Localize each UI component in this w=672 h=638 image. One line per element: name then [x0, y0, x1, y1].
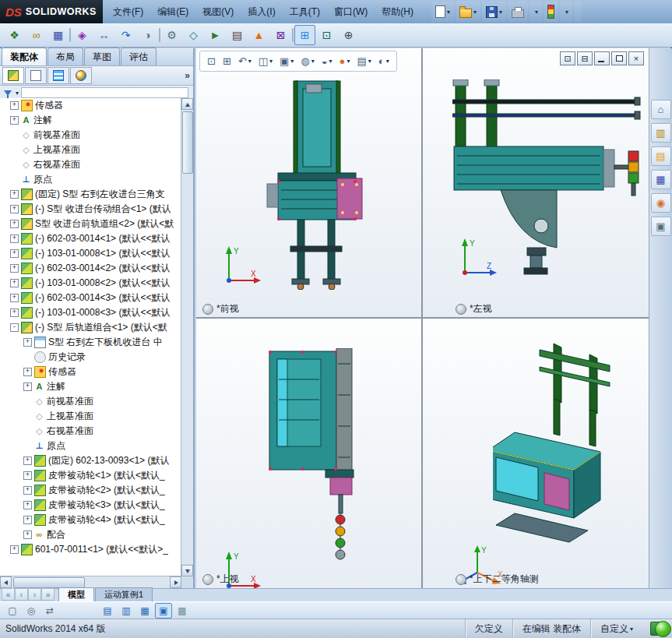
tree-item[interactable]: ⊥ 原点	[0, 172, 181, 187]
tree-item[interactable]: + S型 收进台前轨道组<2> (默认<默	[0, 217, 181, 231]
view-palette-button[interactable]: ▦	[651, 170, 671, 189]
first-tab-button[interactable]: «	[2, 588, 15, 601]
custom-properties-button[interactable]: ▣	[651, 217, 671, 236]
tree-expander-toggle[interactable]: +	[10, 190, 19, 199]
tree-item[interactable]: + A 注解	[0, 379, 181, 394]
new-motion-study-button[interactable]: ►	[205, 25, 226, 45]
model-top-view[interactable]	[260, 348, 361, 570]
pan-button[interactable]: ⇄	[41, 603, 58, 619]
section-view-button[interactable]: ◫ ▾	[255, 52, 276, 70]
filter-input[interactable]	[21, 87, 188, 98]
tree-expander-toggle[interactable]: +	[10, 249, 19, 258]
tree-expander-toggle[interactable]: +	[10, 220, 19, 228]
help-button[interactable]	[574, 2, 582, 22]
tree-item[interactable]: + (-) 103-01-0008<3> (默认<<默认	[0, 305, 181, 320]
tree-expander-toggle[interactable]: +	[23, 382, 32, 391]
tree-expander-toggle[interactable]: +	[23, 501, 32, 509]
tree-item[interactable]: 历史记录	[0, 350, 181, 365]
tree-item[interactable]: + (-) S型 收进台传动组合<1> (默认	[0, 202, 181, 217]
tree-item[interactable]: + (固定) S型 右到左收进台三角支	[0, 187, 181, 202]
new-document-button[interactable]: ▾	[431, 2, 454, 22]
next-tab-button[interactable]: ›	[28, 588, 41, 601]
tree-item[interactable]: + 601-07-0011<1> (默认<<默认>_	[0, 542, 181, 557]
tree-expander-toggle[interactable]: -	[10, 323, 19, 332]
minimize-button[interactable]	[594, 51, 610, 65]
mass-properties-button[interactable]: ⊕	[338, 25, 359, 45]
assembly-features-button[interactable]: ⚙	[161, 25, 182, 45]
scrollbar-thumb[interactable]	[13, 577, 85, 588]
menu-item[interactable]: 编辑(E)	[150, 2, 195, 23]
tree-item[interactable]: ◇ 前视基准面	[0, 394, 181, 409]
tree-horizontal-scrollbar[interactable]	[0, 576, 181, 588]
shaded-edges-button[interactable]: ▦	[136, 603, 153, 619]
top-view-quadrant[interactable]: Y X *上视	[196, 319, 423, 588]
menu-item[interactable]: 窗口(W)	[327, 2, 375, 23]
scroll-left-arrow[interactable]	[0, 576, 12, 588]
save-button[interactable]: ▾	[482, 2, 506, 22]
print-button[interactable]	[508, 2, 528, 22]
edit-appearance-button[interactable]: ● ▾	[336, 52, 354, 70]
command-tab[interactable]: 布局	[47, 48, 83, 65]
scrollbar-thumb[interactable]	[182, 111, 193, 174]
menu-item[interactable]: 文件(F)	[106, 2, 150, 23]
zoom-button[interactable]: ◎	[23, 603, 40, 619]
menu-item[interactable]: 插入(I)	[241, 2, 282, 23]
viewport-split-button[interactable]: ⊟	[577, 51, 593, 65]
tree-expander-toggle[interactable]: +	[23, 530, 32, 539]
tree-expander-toggle[interactable]: +	[23, 471, 32, 480]
viewport-layout-button[interactable]: ⊡	[560, 51, 575, 65]
interference-detection-button[interactable]: ⊠	[270, 25, 291, 45]
propertymanager-tab[interactable]	[25, 67, 47, 84]
zoom-fit-button[interactable]: ⊡	[204, 52, 219, 70]
tree-expander-toggle[interactable]: +	[10, 116, 19, 125]
hide-show-items-button[interactable]: ◒ ▾	[318, 52, 336, 70]
tree-expander-toggle[interactable]: +	[23, 368, 32, 376]
chevron-down-icon[interactable]: ▾	[16, 90, 19, 97]
move-component-button[interactable]: ↔	[93, 25, 114, 45]
tree-expander-toggle[interactable]: +	[10, 101, 19, 110]
front-view-quadrant[interactable]: Y X *前视	[196, 48, 423, 319]
tree-expander-toggle[interactable]: +	[10, 279, 19, 287]
tree-item[interactable]: + (-) 602-03-0014<2> (默认<<默认	[0, 261, 181, 276]
document-tab[interactable]: 模型	[58, 587, 94, 601]
tree-item[interactable]: + A 注解	[0, 113, 181, 128]
design-library-button[interactable]: ▥	[651, 123, 671, 143]
tree-item[interactable]: ◇ 右视基准面	[0, 157, 181, 172]
last-tab-button[interactable]: »	[41, 588, 55, 601]
hidden-lines-button[interactable]: ▥	[118, 603, 135, 619]
tree-item[interactable]: + 皮带被动轮<3> (默认<默认_	[0, 498, 181, 513]
model-isometric-view[interactable]	[493, 340, 641, 547]
rotate-component-button[interactable]: ↷	[115, 25, 136, 45]
menu-item[interactable]: 工具(T)	[283, 2, 327, 23]
featuremanager-tree-tab[interactable]	[2, 67, 24, 84]
tree-item[interactable]: + (-) 103-01-0008<2> (默认<<默认	[0, 276, 181, 291]
reference-geometry-button[interactable]: ◇	[183, 25, 204, 45]
notification-badge[interactable]	[655, 621, 671, 637]
file-explorer-button[interactable]: ▤	[651, 146, 671, 166]
isometric-view-quadrant[interactable]: Y X *上下二等角轴测	[423, 319, 649, 588]
bill-of-materials-button[interactable]: ▤	[227, 25, 248, 45]
command-tab[interactable]: 装配体	[2, 48, 47, 65]
measure-button[interactable]: ⊡	[316, 25, 337, 45]
options-button[interactable]: ▾	[560, 2, 572, 22]
exploded-view-button[interactable]: ▲	[248, 25, 269, 45]
close-button[interactable]: ×	[628, 51, 644, 65]
open-button[interactable]: ▾	[456, 2, 480, 22]
configurationmanager-tab[interactable]	[47, 67, 69, 84]
model-front-view[interactable]	[255, 79, 371, 290]
solidworks-resources-button[interactable]: ⌂	[651, 100, 671, 119]
tree-item[interactable]: + 皮带被动轮<4> (默认<默认_	[0, 513, 181, 527]
status-segment[interactable]: 自定义 ▾	[590, 619, 642, 638]
command-tab[interactable]: 评估	[121, 48, 157, 65]
previous-view-button[interactable]: ↶ ▾	[235, 52, 255, 70]
tree-expander-toggle[interactable]: +	[10, 264, 19, 273]
tree-item[interactable]: ◇ 前视基准面	[0, 128, 181, 143]
tree-item[interactable]: - (-) S型 后轨道组合<1> (默认<默	[0, 320, 181, 335]
tree-item[interactable]: + ∞ 配合	[0, 527, 181, 542]
menu-item[interactable]: 视图(V)	[195, 2, 241, 23]
tree-item[interactable]: ⊥ 原点	[0, 439, 181, 453]
menu-item[interactable]: 帮助(H)	[375, 2, 420, 23]
tree-item[interactable]: + (固定) 602-13-0093<1> (默认	[0, 453, 181, 468]
multi-viewport-button[interactable]: ⊞	[294, 25, 315, 45]
command-tab[interactable]: 草图	[84, 48, 120, 65]
